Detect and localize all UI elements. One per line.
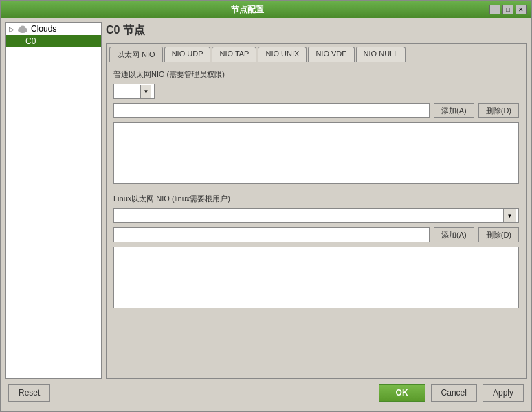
cloud-icon [17,25,28,33]
section1-list-box[interactable] [113,122,519,184]
section2-add-button[interactable]: 添加(A) [434,227,474,242]
clouds-label: Clouds [31,24,56,34]
main-window: 节点配置 — □ ✕ ▷ Clouds [0,0,532,412]
section-linux-ethernet: Linux以太网 NIO (linux需要根用户) ▼ 添加(A) 删 [113,194,519,308]
tab-nio-eth[interactable]: 以太网 NIO [109,47,163,62]
main-content: ▷ Clouds C0 C0 节点 [5,22,527,379]
tree-clouds-item[interactable]: ▷ Clouds [6,23,101,35]
bottom-right-buttons: OK Cancel Apply [379,384,524,402]
section1-dropdown[interactable]: ▼ [113,84,155,99]
tabs-bar: 以太网 NIO NIO UDP NIO TAP NIO UNIX NIO VDE [107,44,526,62]
section2-input-row: 添加(A) 删除(D) [113,227,519,242]
section1-dropdown-arrow-icon: ▼ [140,85,151,98]
tree-panel: ▷ Clouds C0 [5,22,102,379]
tab-nio-null[interactable]: NIO NULL [356,47,406,62]
apply-button[interactable]: Apply [483,384,524,402]
section1-add-button[interactable]: 添加(A) [434,103,474,118]
window-controls: — □ ✕ [489,5,527,14]
reset-button[interactable]: Reset [8,384,50,402]
window-body: ▷ Clouds C0 C0 节点 [1,18,531,411]
expand-icon: ▷ [9,25,14,33]
section2-text-input[interactable] [113,227,430,242]
bottom-bar: Reset OK Cancel Apply [5,379,527,407]
section1-dropdown-row: ▼ [113,84,519,99]
section1-input-row: 添加(A) 删除(D) [113,103,519,118]
right-panel: C0 节点 以太网 NIO NIO UDP NIO TAP [106,22,527,379]
node-title: C0 节点 [106,22,527,39]
minimize-button[interactable]: — [489,5,500,14]
section2-dropdown-row: ▼ [113,208,519,223]
maximize-button[interactable]: □ [502,5,513,14]
window-title: 节点配置 [5,4,489,16]
ok-button[interactable]: OK [379,384,425,402]
tab-nio-tap[interactable]: NIO TAP [212,47,256,62]
tab-nio-udp[interactable]: NIO UDP [164,47,211,62]
tab-nio-vde[interactable]: NIO VDE [308,47,354,62]
section1-title: 普通以太网NIO (需要管理员权限) [113,69,519,80]
tab-content: 普通以太网NIO (需要管理员权限) ▼ 添加(A) 删除(D) [107,62,526,378]
section1-delete-button[interactable]: 删除(D) [478,103,519,118]
title-bar: 节点配置 — □ ✕ [1,1,531,18]
svg-point-3 [20,26,25,31]
section2-dropdown-arrow-icon: ▼ [503,209,516,222]
section-normal-ethernet: 普通以太网NIO (需要管理员权限) ▼ 添加(A) 删除(D) [113,69,519,184]
section2-title: Linux以太网 NIO (linux需要根用户) [113,194,519,204]
cancel-button[interactable]: Cancel [431,384,477,402]
tab-container: 以太网 NIO NIO UDP NIO TAP NIO UNIX NIO VDE [106,43,527,379]
tree-c0-item[interactable]: C0 [6,35,101,47]
section1-text-input[interactable] [113,103,430,118]
section2-delete-button[interactable]: 删除(D) [478,227,519,242]
close-button[interactable]: ✕ [516,5,527,14]
tab-nio-unix[interactable]: NIO UNIX [258,47,307,62]
section2-dropdown[interactable]: ▼ [113,208,519,223]
c0-label: C0 [25,36,36,46]
section2-list-box[interactable] [113,247,519,308]
